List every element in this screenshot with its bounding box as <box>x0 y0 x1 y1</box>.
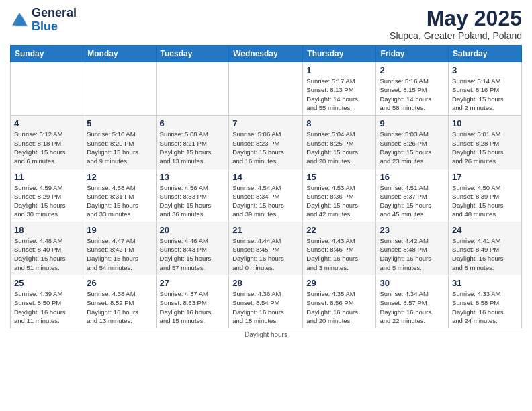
day-number: 24 <box>452 225 518 235</box>
day-number: 6 <box>160 118 226 128</box>
day-number: 18 <box>14 225 79 235</box>
footer: Daylight hours <box>10 331 522 338</box>
day-info: Sunrise: 4:50 AM Sunset: 8:39 PM Dayligh… <box>452 183 518 219</box>
day-number: 3 <box>452 65 518 75</box>
calendar-cell: 11Sunrise: 4:59 AM Sunset: 8:29 PM Dayli… <box>11 169 83 222</box>
weekday-header-saturday: Saturday <box>449 46 522 62</box>
day-info: Sunrise: 4:36 AM Sunset: 8:54 PM Dayligh… <box>232 289 299 325</box>
logo-text: General Blue <box>32 7 77 34</box>
weekday-header-monday: Monday <box>83 46 156 62</box>
day-info: Sunrise: 5:17 AM Sunset: 8:13 PM Dayligh… <box>306 77 372 112</box>
calendar-week-4: 18Sunrise: 4:48 AM Sunset: 8:40 PM Dayli… <box>11 222 522 275</box>
day-number: 1 <box>306 65 372 75</box>
calendar-week-1: 1Sunrise: 5:17 AM Sunset: 8:13 PM Daylig… <box>11 62 522 116</box>
calendar-cell: 13Sunrise: 4:56 AM Sunset: 8:33 PM Dayli… <box>156 169 229 222</box>
day-number: 9 <box>380 118 445 128</box>
calendar-cell: 29Sunrise: 4:35 AM Sunset: 8:56 PM Dayli… <box>303 275 376 328</box>
calendar-cell: 30Sunrise: 4:34 AM Sunset: 8:57 PM Dayli… <box>376 275 449 328</box>
day-number: 8 <box>306 118 372 128</box>
calendar-cell: 9Sunrise: 5:03 AM Sunset: 8:26 PM Daylig… <box>376 116 449 169</box>
day-info: Sunrise: 5:10 AM Sunset: 8:20 PM Dayligh… <box>87 130 152 165</box>
day-info: Sunrise: 5:12 AM Sunset: 8:18 PM Dayligh… <box>14 130 79 165</box>
day-info: Sunrise: 4:53 AM Sunset: 8:36 PM Dayligh… <box>306 183 372 219</box>
day-info: Sunrise: 5:04 AM Sunset: 8:25 PM Dayligh… <box>306 130 372 165</box>
day-info: Sunrise: 5:03 AM Sunset: 8:26 PM Dayligh… <box>380 130 445 165</box>
calendar-cell: 4Sunrise: 5:12 AM Sunset: 8:18 PM Daylig… <box>11 116 83 169</box>
day-number: 22 <box>306 225 372 235</box>
day-number: 13 <box>160 172 226 182</box>
calendar-header: SundayMondayTuesdayWednesdayThursdayFrid… <box>11 46 522 62</box>
calendar-cell: 6Sunrise: 5:08 AM Sunset: 8:21 PM Daylig… <box>156 116 229 169</box>
day-number: 7 <box>232 118 299 128</box>
day-info: Sunrise: 4:48 AM Sunset: 8:40 PM Dayligh… <box>14 236 79 272</box>
day-number: 31 <box>452 278 518 288</box>
calendar-cell: 3Sunrise: 5:14 AM Sunset: 8:16 PM Daylig… <box>449 62 522 116</box>
logo-icon <box>10 11 29 30</box>
day-info: Sunrise: 4:46 AM Sunset: 8:43 PM Dayligh… <box>160 236 226 272</box>
day-number: 14 <box>232 172 299 182</box>
day-number: 17 <box>452 172 518 182</box>
day-info: Sunrise: 4:51 AM Sunset: 8:37 PM Dayligh… <box>380 183 445 219</box>
day-info: Sunrise: 4:43 AM Sunset: 8:46 PM Dayligh… <box>306 236 372 272</box>
day-info: Sunrise: 4:34 AM Sunset: 8:57 PM Dayligh… <box>380 289 445 325</box>
day-info: Sunrise: 5:08 AM Sunset: 8:21 PM Dayligh… <box>160 130 226 165</box>
day-info: Sunrise: 4:54 AM Sunset: 8:34 PM Dayligh… <box>232 183 299 219</box>
calendar-cell: 24Sunrise: 4:41 AM Sunset: 8:49 PM Dayli… <box>449 222 522 275</box>
calendar-week-5: 25Sunrise: 4:39 AM Sunset: 8:50 PM Dayli… <box>11 275 522 328</box>
day-number: 27 <box>160 278 226 288</box>
day-number: 23 <box>380 225 445 235</box>
weekday-header-row: SundayMondayTuesdayWednesdayThursdayFrid… <box>11 46 522 62</box>
calendar-cell: 19Sunrise: 4:47 AM Sunset: 8:42 PM Dayli… <box>83 222 156 275</box>
calendar-cell <box>83 62 156 116</box>
day-info: Sunrise: 4:33 AM Sunset: 8:58 PM Dayligh… <box>452 289 518 325</box>
calendar-cell: 5Sunrise: 5:10 AM Sunset: 8:20 PM Daylig… <box>83 116 156 169</box>
calendar-cell: 25Sunrise: 4:39 AM Sunset: 8:50 PM Dayli… <box>11 275 83 328</box>
day-number: 10 <box>452 118 518 128</box>
day-number: 2 <box>380 65 445 75</box>
day-number: 5 <box>87 118 152 128</box>
calendar-table: SundayMondayTuesdayWednesdayThursdayFrid… <box>10 45 522 328</box>
calendar-week-2: 4Sunrise: 5:12 AM Sunset: 8:18 PM Daylig… <box>11 116 522 169</box>
calendar-cell: 2Sunrise: 5:16 AM Sunset: 8:15 PM Daylig… <box>376 62 449 116</box>
calendar-cell: 14Sunrise: 4:54 AM Sunset: 8:34 PM Dayli… <box>229 169 303 222</box>
logo-blue-text: Blue <box>32 19 58 33</box>
footer-text: Daylight hours <box>245 331 287 338</box>
day-info: Sunrise: 4:38 AM Sunset: 8:52 PM Dayligh… <box>87 289 152 325</box>
day-info: Sunrise: 4:44 AM Sunset: 8:45 PM Dayligh… <box>232 236 299 272</box>
calendar-cell: 7Sunrise: 5:06 AM Sunset: 8:23 PM Daylig… <box>229 116 303 169</box>
day-number: 26 <box>87 278 152 288</box>
day-info: Sunrise: 4:42 AM Sunset: 8:48 PM Dayligh… <box>380 236 445 272</box>
calendar-cell: 1Sunrise: 5:17 AM Sunset: 8:13 PM Daylig… <box>303 62 376 116</box>
day-info: Sunrise: 4:41 AM Sunset: 8:49 PM Dayligh… <box>452 236 518 272</box>
day-number: 16 <box>380 172 445 182</box>
day-number: 30 <box>380 278 445 288</box>
day-number: 19 <box>87 225 152 235</box>
weekday-header-sunday: Sunday <box>11 46 83 62</box>
day-info: Sunrise: 4:39 AM Sunset: 8:50 PM Dayligh… <box>14 289 79 325</box>
calendar-cell: 10Sunrise: 5:01 AM Sunset: 8:28 PM Dayli… <box>449 116 522 169</box>
day-info: Sunrise: 5:14 AM Sunset: 8:16 PM Dayligh… <box>452 77 518 112</box>
day-number: 21 <box>232 225 299 235</box>
calendar-cell <box>156 62 229 116</box>
day-number: 29 <box>306 278 372 288</box>
calendar-cell: 18Sunrise: 4:48 AM Sunset: 8:40 PM Dayli… <box>11 222 83 275</box>
day-info: Sunrise: 5:16 AM Sunset: 8:15 PM Dayligh… <box>380 77 445 112</box>
month-title: May 2025 <box>390 7 522 30</box>
calendar-cell <box>11 62 83 116</box>
calendar-cell: 12Sunrise: 4:58 AM Sunset: 8:31 PM Dayli… <box>83 169 156 222</box>
calendar-cell: 22Sunrise: 4:43 AM Sunset: 8:46 PM Dayli… <box>303 222 376 275</box>
day-info: Sunrise: 4:58 AM Sunset: 8:31 PM Dayligh… <box>87 183 152 219</box>
day-info: Sunrise: 5:06 AM Sunset: 8:23 PM Dayligh… <box>232 130 299 165</box>
day-number: 20 <box>160 225 226 235</box>
logo-general-text: General <box>32 6 77 19</box>
calendar-cell <box>229 62 303 116</box>
header: General Blue May 2025 Slupca, Greater Po… <box>10 7 522 41</box>
weekday-header-tuesday: Tuesday <box>156 46 229 62</box>
calendar-cell: 8Sunrise: 5:04 AM Sunset: 8:25 PM Daylig… <box>303 116 376 169</box>
day-info: Sunrise: 4:37 AM Sunset: 8:53 PM Dayligh… <box>160 289 226 325</box>
calendar-cell: 17Sunrise: 4:50 AM Sunset: 8:39 PM Dayli… <box>449 169 522 222</box>
day-number: 4 <box>14 118 79 128</box>
calendar-cell: 15Sunrise: 4:53 AM Sunset: 8:36 PM Dayli… <box>303 169 376 222</box>
calendar-cell: 27Sunrise: 4:37 AM Sunset: 8:53 PM Dayli… <box>156 275 229 328</box>
calendar-cell: 26Sunrise: 4:38 AM Sunset: 8:52 PM Dayli… <box>83 275 156 328</box>
